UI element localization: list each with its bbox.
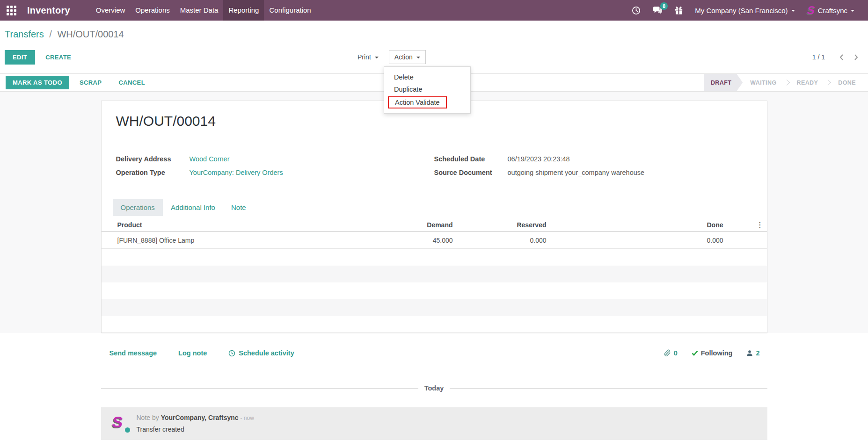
company-switcher[interactable]: My Company (San Francisco) <box>689 0 801 21</box>
optional-columns-icon[interactable]: ⋮ <box>757 220 764 230</box>
field-delivery-address: Delivery Address Wood Corner <box>116 154 434 164</box>
control-panel: Transfers / WH/OUT/00014 EDIT CREATE Pri… <box>0 21 868 73</box>
empty-row <box>102 249 767 266</box>
mark-as-todo-button[interactable]: MARK AS TODO <box>6 76 69 89</box>
avatar: S <box>807 5 815 16</box>
user-menu[interactable]: S Craftsync <box>801 0 861 21</box>
source-document-value: outgoing shipment your_company warehouse <box>508 168 645 177</box>
breadcrumb-current: WH/OUT/00014 <box>57 29 124 39</box>
breadcrumb-transfers-link[interactable]: Transfers <box>5 29 44 39</box>
message-body: Note by YourCompany, Craftsync - now Tra… <box>137 413 254 434</box>
note-timestamp: - now <box>241 415 254 421</box>
paperclip-icon <box>664 349 671 357</box>
operation-type-link[interactable]: YourCompany: Delivery Orders <box>190 168 283 177</box>
chevron-down-icon <box>851 10 854 12</box>
chevron-down-icon <box>791 10 795 12</box>
empty-row <box>102 299 767 316</box>
attachments-count: 0 <box>674 349 678 357</box>
empty-row <box>102 266 767 282</box>
breadcrumb-separator: / <box>46 29 55 39</box>
reserved-cell: 0.000 <box>453 237 547 244</box>
table-row[interactable]: [FURN_8888] Office Lamp 45.000 0.000 0.0… <box>102 232 767 249</box>
log-note-button[interactable]: Log note <box>178 349 207 357</box>
status-draft: DRAFT <box>704 74 743 91</box>
pager-count: 1 / 1 <box>812 53 825 61</box>
nav-item-master-data[interactable]: Master Data <box>175 0 224 21</box>
status-ready: READY <box>789 74 826 91</box>
chevron-down-icon <box>416 57 420 58</box>
date-divider: Today <box>101 384 767 392</box>
nav-item-configuration[interactable]: Configuration <box>264 0 316 21</box>
create-button[interactable]: CREATE <box>39 50 78 65</box>
chevron-down-icon <box>375 57 379 58</box>
chevron-separator-icon <box>784 79 790 86</box>
user-name: Craftsync <box>818 7 847 14</box>
field-operation-type: Operation Type YourCompany: Delivery Ord… <box>116 168 434 177</box>
pager-next-icon[interactable] <box>851 53 861 62</box>
tab-note[interactable]: Note <box>223 199 254 216</box>
status-waiting: WAITING <box>743 74 784 91</box>
action-menu: Delete Duplicate Action Validate <box>384 66 471 114</box>
attachments-button[interactable]: 0 <box>664 349 678 357</box>
main-menu: Overview Operations Master Data Reportin… <box>91 0 316 21</box>
apps-grid-icon[interactable] <box>7 6 16 15</box>
gift-icon[interactable] <box>669 0 689 21</box>
field-grid: Delivery Address Wood Corner Operation T… <box>116 154 767 181</box>
scrap-button[interactable]: SCRAP <box>73 75 109 90</box>
send-message-button[interactable]: Send message <box>109 349 157 357</box>
breadcrumb: Transfers / WH/OUT/00014 <box>5 28 868 40</box>
table-header-row: Product Demand Reserved Done <box>102 218 767 232</box>
nav-item-reporting[interactable]: Reporting <box>223 0 264 21</box>
note-prefix: Note by <box>137 414 159 421</box>
field-scheduled-date: Scheduled Date 06/19/2023 20:23:48 <box>434 154 767 164</box>
tab-operations[interactable]: Operations <box>113 199 163 216</box>
menu-item-action-validate[interactable]: Action Validate <box>388 96 447 108</box>
delivery-address-link[interactable]: Wood Corner <box>190 154 230 164</box>
activities-clock-icon[interactable] <box>626 0 647 21</box>
edit-button[interactable]: EDIT <box>5 50 35 65</box>
column-header-product[interactable]: Product <box>102 221 329 229</box>
field-label: Operation Type <box>116 168 190 177</box>
nav-item-operations[interactable]: Operations <box>130 0 175 21</box>
followers-button[interactable]: 2 <box>746 349 759 357</box>
pager-previous-icon[interactable] <box>836 53 846 62</box>
messages-count-badge: 8 <box>660 2 668 10</box>
control-buttons-row: EDIT CREATE Print Action 1 / 1 <box>5 50 868 65</box>
messages-icon[interactable]: 8 <box>647 0 669 21</box>
status-done: DONE <box>831 74 863 91</box>
print-dropdown[interactable]: Print <box>352 50 384 64</box>
demand-cell: 45.000 <box>329 237 453 244</box>
app-title: Inventory <box>27 5 70 16</box>
chatter-buttons: Send message Log note Schedule activity <box>101 349 294 357</box>
form-sheet: WH/OUT/00014 Delivery Address Wood Corne… <box>101 101 767 333</box>
top-navbar: Inventory Overview Operations Master Dat… <box>0 0 868 21</box>
following-label: Following <box>701 349 733 357</box>
column-header-reserved[interactable]: Reserved <box>453 221 547 229</box>
cancel-button[interactable]: CANCEL <box>112 75 152 90</box>
following-button[interactable]: Following <box>692 349 733 357</box>
operations-table: Product Demand Reserved Done ⋮ [FURN_888… <box>102 218 767 316</box>
chatter-meta: 0 Following 2 <box>664 349 767 357</box>
menu-item-delete[interactable]: Delete <box>384 71 470 83</box>
chevron-separator-icon <box>825 79 831 86</box>
field-column-right: Scheduled Date 06/19/2023 20:23:48 Sourc… <box>434 154 767 181</box>
chatter-toolbar: Send message Log note Schedule activity … <box>101 345 767 361</box>
nav-item-overview[interactable]: Overview <box>91 0 131 21</box>
column-header-done[interactable]: Done <box>547 221 767 229</box>
menu-item-duplicate[interactable]: Duplicate <box>384 83 470 95</box>
message-note: S Note by YourCompany, Craftsync - now T… <box>101 407 767 440</box>
online-status-dot <box>125 427 130 433</box>
column-header-demand[interactable]: Demand <box>329 221 453 229</box>
tab-additional-info[interactable]: Additional Info <box>163 199 223 216</box>
done-cell: 0.000 <box>547 237 767 244</box>
followers-count: 2 <box>756 349 759 357</box>
empty-row <box>102 282 767 299</box>
date-divider-label: Today <box>418 384 450 392</box>
field-source-document: Source Document outgoing shipment your_c… <box>434 168 767 177</box>
action-dropdown[interactable]: Action <box>389 50 426 64</box>
status-pipeline: DRAFT WAITING READY DONE <box>704 74 868 91</box>
schedule-activity-button[interactable]: Schedule activity <box>228 349 294 357</box>
company-name: My Company (San Francisco) <box>695 7 788 14</box>
product-cell: [FURN_8888] Office Lamp <box>102 237 329 244</box>
notebook-tabs: Operations Additional Info Note <box>102 199 767 216</box>
